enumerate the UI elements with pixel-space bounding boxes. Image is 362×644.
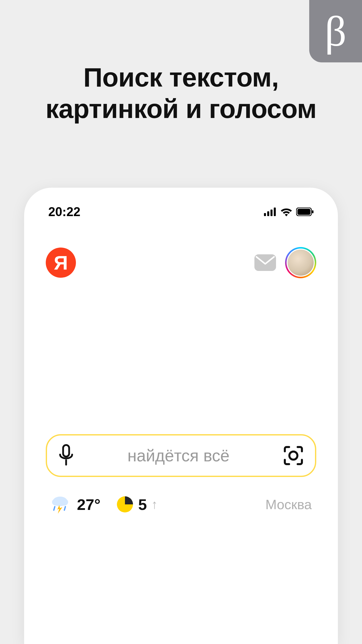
svg-rect-2 bbox=[270, 210, 273, 216]
svg-line-15 bbox=[64, 507, 65, 510]
app-header: Я bbox=[46, 247, 316, 278]
status-icons bbox=[264, 207, 314, 216]
avatar-inner bbox=[287, 249, 315, 277]
mail-icon[interactable] bbox=[254, 254, 276, 271]
svg-rect-8 bbox=[63, 445, 69, 457]
svg-point-13 bbox=[60, 499, 68, 506]
search-bar[interactable]: найдётся всё bbox=[46, 434, 316, 477]
svg-rect-7 bbox=[254, 254, 276, 271]
header-actions bbox=[254, 247, 316, 278]
city-label[interactable]: Москва bbox=[265, 497, 312, 512]
app-logo[interactable]: Я bbox=[46, 248, 76, 278]
svg-rect-0 bbox=[264, 213, 266, 216]
avatar-image bbox=[288, 250, 314, 276]
camera-icon[interactable] bbox=[282, 445, 305, 466]
headline-line-2: картинкой и голосом bbox=[0, 93, 362, 125]
cellular-icon bbox=[264, 208, 277, 216]
headline-line-1: Поиск текстом, bbox=[0, 62, 362, 93]
storm-icon bbox=[50, 495, 70, 514]
avatar[interactable] bbox=[285, 247, 316, 278]
info-row: 27° 5 ↑ Москва bbox=[46, 495, 316, 514]
phone-frame: 20:22 Я bbox=[24, 188, 338, 644]
svg-line-14 bbox=[54, 507, 55, 510]
beta-badge: β bbox=[309, 0, 362, 62]
trend-up-icon: ↑ bbox=[151, 497, 158, 512]
promo-headline: Поиск текстом, картинкой и голосом bbox=[0, 62, 362, 125]
svg-rect-1 bbox=[267, 211, 269, 216]
svg-rect-3 bbox=[274, 208, 276, 216]
beta-badge-label: β bbox=[325, 10, 347, 53]
status-time: 20:22 bbox=[48, 205, 80, 219]
search-placeholder: найдётся всё bbox=[83, 446, 274, 465]
currency-widget[interactable]: 5 ↑ bbox=[116, 496, 158, 513]
battery-icon bbox=[296, 208, 314, 216]
status-bar: 20:22 bbox=[46, 204, 316, 219]
temperature: 27° bbox=[77, 496, 101, 513]
svg-rect-5 bbox=[297, 209, 310, 215]
coin-icon bbox=[116, 496, 134, 513]
svg-point-12 bbox=[52, 499, 61, 506]
microphone-icon[interactable] bbox=[57, 444, 75, 467]
wifi-icon bbox=[280, 207, 293, 216]
svg-point-10 bbox=[289, 452, 297, 460]
svg-rect-6 bbox=[312, 210, 313, 213]
currency-value: 5 bbox=[138, 496, 147, 513]
app-logo-letter: Я bbox=[54, 251, 68, 274]
